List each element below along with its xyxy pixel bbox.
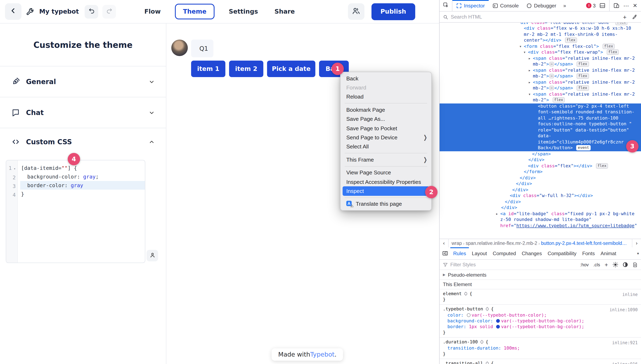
typebot-brand-link[interactable]: Typebot: [310, 351, 335, 358]
markup-row[interactable]: <div class="w-full h-32"></div>: [440, 193, 641, 199]
markup-row[interactable]: </div>: [440, 205, 641, 211]
rules-panel-tab-rules[interactable]: Rules: [450, 247, 469, 259]
markup-row[interactable]: mb-2"> flex: [440, 97, 641, 103]
context-menu-item-inspect-accessibility-properties[interactable]: Inspect Accessibility Properties: [340, 177, 431, 186]
typebot-title[interactable]: My typebot: [39, 8, 79, 15]
color-swatch-icon[interactable]: [496, 325, 500, 328]
breadcrumb-item[interactable]: wrap: [450, 241, 463, 246]
search-html-bar[interactable]: Search HTML +: [440, 12, 641, 23]
devtools-tab-debugger[interactable]: Debugger: [522, 0, 560, 11]
breadcrumb-item[interactable]: button.py-2.px-4.text-left.font-semibold…: [540, 241, 628, 246]
made-with-badge[interactable]: Made with Typebot .: [272, 348, 343, 361]
eyedropper-icon[interactable]: [632, 14, 638, 20]
responsive-design-icon[interactable]: [613, 2, 619, 9]
preview-avatar-button[interactable]: [146, 250, 158, 261]
markup-row[interactable]: </div>: [440, 187, 641, 193]
publish-button[interactable]: Publish: [371, 3, 415, 20]
markup-row[interactable]: Back</button> event: [440, 145, 641, 151]
nav-tab-share[interactable]: Share: [272, 4, 297, 19]
rules-panel-tab-layout[interactable]: Layout: [469, 247, 490, 259]
expand-arrow-icon[interactable]: ▶: [529, 79, 533, 85]
pseudo-elements-row[interactable]: ▶ Pseudo-elements: [440, 270, 641, 280]
markup-row[interactable]: </div>: [440, 175, 641, 181]
context-menu-item-bookmark-page[interactable]: Bookmark Page: [340, 105, 431, 114]
rules-panel-tab-changes[interactable]: Changes: [519, 247, 545, 259]
collaborators-button[interactable]: [348, 3, 364, 20]
markup-row[interactable]: <div class="flex"></div> flex: [440, 163, 641, 169]
code-line[interactable]: [data-itemid=""] {: [20, 164, 145, 172]
markup-row[interactable]: focus:outline-none typebot-button ": [440, 121, 641, 127]
context-menu-item-translate-this-page[interactable]: ATranslate this page: [340, 199, 431, 208]
code-line[interactable]: }: [20, 190, 145, 198]
markup-row[interactable]: <div class="flex w-6 xs:w-10 h-6 xs:h-10: [440, 26, 641, 32]
search-html-input[interactable]: Search HTML: [451, 14, 623, 20]
rules-panel-tab-computed[interactable]: Computed: [490, 247, 519, 259]
print-media-icon[interactable]: [632, 262, 638, 267]
filter-styles-input[interactable]: Filter Styles: [450, 262, 580, 268]
context-menu-item-forward[interactable]: Forward: [340, 83, 431, 92]
meatball-menu-icon[interactable]: ⋯: [623, 2, 629, 9]
collapse-arrow-icon[interactable]: ▼: [524, 50, 528, 56]
rule-selector[interactable]: element{: [440, 291, 641, 297]
rule-origin-link[interactable]: inline:1090: [610, 307, 638, 313]
css-declaration[interactable]: background-color: var(--typebot-button-b…: [440, 318, 641, 324]
split-console-icon[interactable]: [599, 2, 605, 9]
markup-row[interactable]: ▼<div class="flex flex-wrap"> flex: [440, 50, 641, 56]
filter-styles-bar[interactable]: Filter Styles :hov .cls +: [440, 259, 641, 270]
markup-row[interactable]: font-semibold rounded-md transition-: [440, 109, 641, 115]
markup-row[interactable]: </div>: [440, 199, 641, 205]
rules-panel-tab-fonts[interactable]: Fonts: [579, 247, 598, 259]
markup-row[interactable]: mb-2">⋯</span> flex: [440, 85, 641, 91]
markup-row[interactable]: </div>: [440, 157, 641, 163]
markup-row[interactable]: ▶<span class="relative inline-flex mr-2: [440, 56, 641, 62]
expand-arrow-icon[interactable]: ▶: [496, 211, 500, 217]
markup-row[interactable]: </span>: [440, 151, 641, 157]
context-menu-item-save-page-to-pocket[interactable]: Save Page to Pocket: [340, 124, 431, 133]
choice-button-pick-a-date[interactable]: Pick a date: [267, 60, 315, 77]
markup-row[interactable]: role="button" data-testid="button": [440, 127, 641, 133]
new-node-plus-icon[interactable]: +: [623, 14, 626, 20]
expand-arrow-icon[interactable]: ▶: [529, 68, 533, 74]
section-header-chat[interactable]: Chat: [0, 97, 166, 128]
element-picker-button[interactable]: [440, 0, 452, 11]
rule-selector[interactable]: .transition-all{: [440, 361, 641, 364]
more-tabs-button[interactable]: »: [560, 3, 569, 8]
nav-tab-flow[interactable]: Flow: [142, 4, 163, 19]
close-devtools-icon[interactable]: ✕: [633, 2, 637, 9]
class-toggle[interactable]: .cls: [593, 262, 600, 267]
rule-origin-link[interactable]: inline: [622, 292, 638, 297]
undo-button[interactable]: [85, 5, 98, 18]
markup-row[interactable]: ▼<form class="flex flex-col"> flex: [440, 44, 641, 50]
css-declaration[interactable]: border: 1px solid var(--typebot-button-b…: [440, 324, 641, 330]
markup-row[interactable]: ▶<span class="relative inline-flex mr-2: [440, 79, 641, 85]
devtools-tab-console[interactable]: Console: [489, 0, 522, 11]
markup-row[interactable]: href="https://www.typebot.io/?utm_source…: [440, 223, 641, 229]
context-menu-item-save-page-as[interactable]: Save Page As...: [340, 114, 431, 124]
nav-tab-theme[interactable]: Theme: [175, 4, 215, 19]
markup-row[interactable]: z-50 rounded shadow-md lite-badge": [440, 217, 641, 223]
nav-tab-settings[interactable]: Settings: [226, 4, 261, 19]
rule-selector[interactable]: .duration-100{: [440, 340, 641, 345]
markup-row[interactable]: ▼<span class="relative inline-flex mr-2: [440, 91, 641, 97]
section-header-general[interactable]: General: [0, 66, 166, 97]
context-menu-item-send-page-to-device[interactable]: Send Page to Device❯: [340, 133, 431, 142]
breadcrumb-scroll-left-button[interactable]: ‹: [440, 239, 449, 247]
context-menu-item-view-page-source[interactable]: View Page Source: [340, 168, 431, 177]
rule-origin-link[interactable]: inline:916: [612, 361, 638, 364]
context-menu-item-select-all[interactable]: Select All: [340, 142, 431, 151]
rule-origin-link[interactable]: inline:921: [612, 340, 638, 346]
markup-row[interactable]: <button class="py-2 px-4 text-left: [440, 103, 641, 109]
markup-row[interactable]: div class="flex bubble enter done" flex: [440, 23, 641, 26]
collapse-arrow-icon[interactable]: ▼: [520, 44, 524, 50]
custom-css-editor[interactable]: 1 ▾234[data-itemid=""] { background-colo…: [6, 160, 145, 263]
pseudo-class-toggle[interactable]: :hov: [580, 262, 589, 267]
highlight-selector-icon[interactable]: [485, 307, 489, 312]
choice-button-item-1[interactable]: item 1: [191, 60, 225, 77]
markup-row[interactable]: itemid="cl3iunm4p000f2e6gfr8cznr: [440, 139, 641, 145]
dark-scheme-icon[interactable]: [622, 262, 628, 268]
markup-row[interactable]: data-: [440, 133, 641, 139]
all-tabs-caret-icon[interactable]: ▾: [636, 250, 640, 256]
markup-row[interactable]: </form>: [440, 169, 641, 175]
highlight-selector-icon[interactable]: [479, 340, 484, 344]
context-menu-item-inspect[interactable]: Inspect: [343, 186, 429, 196]
